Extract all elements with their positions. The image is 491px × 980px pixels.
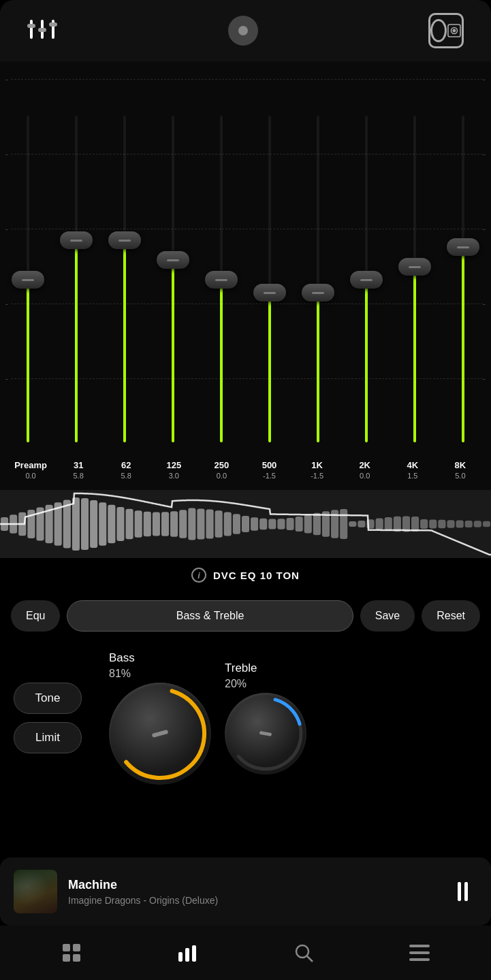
eq-slider-62hz[interactable]: [101, 61, 149, 449]
svg-rect-19: [192, 945, 196, 962]
track-artist: Imagine Dragons - Origins (Deluxe): [68, 895, 437, 906]
eq-label-4khz: 4K1.5: [389, 449, 437, 490]
svg-rect-22: [409, 945, 430, 947]
eq-label-125hz: 1253.0: [150, 449, 197, 490]
eq-slider-31hz[interactable]: [52, 61, 101, 449]
svg-rect-18: [185, 948, 189, 962]
eq-label-2khz: 2K0.0: [341, 449, 389, 490]
svg-point-8: [453, 29, 455, 31]
svg-rect-4: [38, 28, 46, 32]
svg-rect-14: [73, 944, 80, 951]
svg-rect-15: [63, 954, 70, 962]
track-info: Machine Imagine Dragons - Origins (Delux…: [68, 878, 437, 906]
search-nav-button[interactable]: [287, 936, 321, 970]
eq-sliders-area: - - - - - - - - - -: [0, 61, 491, 449]
save-button[interactable]: Save: [360, 600, 415, 632]
svg-rect-16: [73, 954, 80, 962]
pause-icon: [458, 882, 468, 901]
eq-slider-500hz[interactable]: [246, 61, 294, 449]
svg-rect-17: [178, 952, 183, 962]
limit-button[interactable]: Limit: [14, 722, 82, 753]
eq-slider-1khz[interactable]: [294, 61, 342, 449]
svg-rect-3: [27, 24, 35, 28]
svg-line-21: [307, 956, 313, 962]
preset-label: i DVC EQ 10 TON: [0, 558, 491, 592]
eq-slider-125hz[interactable]: [149, 61, 197, 449]
now-playing-bar: Machine Imagine Dragons - Origins (Delux…: [0, 858, 491, 926]
top-bar: [0, 0, 491, 61]
eq-slider-250hz[interactable]: [197, 61, 246, 449]
bottom-nav: [0, 926, 491, 980]
menu-nav-button[interactable]: [402, 936, 437, 970]
track-title: Machine: [68, 878, 437, 892]
tone-left-controls: Tone Limit: [14, 683, 102, 753]
pause-button[interactable]: [447, 877, 477, 906]
eq-slider-2khz[interactable]: [342, 61, 390, 449]
svg-rect-24: [409, 958, 430, 961]
treble-knob[interactable]: [225, 693, 306, 774]
eq-labels-row: Preamp0.0315.8625.81253.02500.0500-1.51K…: [0, 449, 491, 490]
svg-rect-23: [409, 951, 430, 954]
eq-slider-preamp[interactable]: [4, 61, 52, 449]
controls-row: Equ Bass & Treble Save Reset: [0, 592, 491, 640]
tone-button[interactable]: Tone: [14, 683, 82, 714]
info-icon[interactable]: i: [191, 568, 206, 583]
eq-label-250hz: 2500.0: [197, 449, 245, 490]
treble-knob-container: Treble 20%: [225, 662, 306, 774]
svg-rect-13: [63, 944, 70, 951]
eq-slider-8khz[interactable]: [439, 61, 487, 449]
tone-section: Tone Limit Bass 81% Treble 20%: [0, 640, 491, 796]
mixer-icon[interactable]: [27, 17, 57, 44]
waveform-canvas: [0, 490, 491, 558]
waveform-area: [0, 490, 491, 558]
treble-value: 20%: [225, 678, 247, 690]
bass-label: Bass: [109, 651, 135, 665]
svg-rect-0: [30, 20, 33, 39]
svg-point-20: [296, 945, 308, 958]
eq-label-8khz: 8K5.0: [437, 449, 484, 490]
grid-nav-button[interactable]: [54, 936, 89, 970]
preset-name: DVC EQ 10 TON: [213, 570, 300, 581]
reset-button[interactable]: Reset: [422, 600, 480, 632]
eq-label-1khz: 1K-1.5: [294, 449, 341, 490]
eq-slider-4khz[interactable]: [390, 61, 439, 449]
album-art: [14, 870, 57, 913]
svg-rect-5: [49, 22, 57, 27]
surround-sound-icon[interactable]: [428, 13, 464, 48]
bass-value: 81%: [109, 668, 131, 680]
bars-nav-button[interactable]: [170, 936, 204, 970]
eq-label-500hz: 500-1.5: [245, 449, 293, 490]
bass-treble-button[interactable]: Bass & Treble: [67, 600, 353, 632]
bass-knob[interactable]: [109, 683, 211, 785]
eq-label-31hz: 315.8: [54, 449, 102, 490]
eq-label-preamp: Preamp0.0: [7, 449, 54, 490]
vinyl-icon: [228, 16, 258, 46]
equ-button[interactable]: Equ: [11, 600, 60, 632]
treble-label: Treble: [225, 662, 257, 675]
eq-label-62hz: 625.8: [102, 449, 150, 490]
bass-knob-container: Bass 81%: [109, 651, 211, 785]
